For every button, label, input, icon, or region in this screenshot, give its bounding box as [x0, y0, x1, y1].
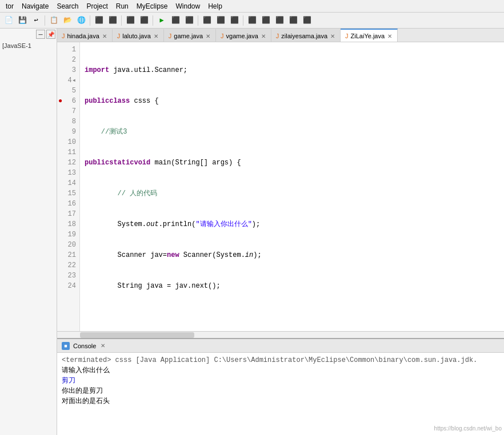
toolbar-btn-13[interactable]: ⬛: [201, 14, 213, 27]
toolbar-btn-19[interactable]: ⬛: [287, 14, 299, 27]
tab-vgame-icon: J: [221, 33, 224, 39]
console-content[interactable]: <terminated> csss [Java Application] C:\…: [57, 353, 504, 435]
tab-vgame-close[interactable]: ✕: [261, 33, 266, 39]
toolbar-btn-20[interactable]: ⬛: [301, 14, 313, 27]
line-num-13: 13: [57, 168, 79, 178]
line-num-19: 19: [57, 229, 79, 240]
sidebar-minimize[interactable]: ─: [36, 30, 45, 39]
console-output-3: 你出的是剪刀: [62, 386, 499, 396]
toolbar-btn-5[interactable]: 📂: [61, 14, 74, 27]
line-num-6: 6: [57, 96, 79, 106]
toolbar-btn-save[interactable]: 💾: [16, 14, 29, 27]
tab-zilaiyesama-icon: J: [276, 33, 279, 39]
tab-hinada[interactable]: J hinada.java ✕: [57, 29, 113, 42]
line-num-14: 14: [57, 178, 79, 188]
console-icon: ■: [62, 342, 70, 350]
toolbar-btn-12[interactable]: ⬛: [183, 14, 195, 27]
console-terminated-line: <terminated> csss [Java Application] C:\…: [62, 355, 499, 365]
toolbar-btn-8[interactable]: ⬛: [106, 14, 119, 27]
sidebar-tree: [JavaSE-1: [0, 40, 57, 435]
toolbar: 📄 💾 ↩ 📋 📂 🌐 ⬛ ⬛ ⬛ ⬛ ▶ ⬛ ⬛ ⬛ ⬛ ⬛ ⬛ ⬛ ⬛ ⬛ …: [0, 13, 504, 29]
toolbar-btn-3[interactable]: ↩: [30, 14, 42, 27]
tab-hinada-close[interactable]: ✕: [102, 33, 107, 39]
tab-game-close[interactable]: ✕: [205, 33, 211, 39]
toolbar-sep-1: [45, 15, 45, 26]
sidebar-pin[interactable]: 📌: [46, 30, 55, 39]
line-num-20: 20: [57, 240, 79, 250]
toolbar-btn-18[interactable]: ⬛: [273, 14, 286, 27]
console-output-4: 对面出的是石头: [62, 396, 499, 406]
line-num-9: 9: [57, 127, 79, 137]
line-num-17: 17: [57, 209, 79, 219]
code-line-5: // 人的代码: [85, 188, 499, 199]
tab-zilaiye-close[interactable]: ✕: [387, 33, 393, 39]
tab-zilaiyesama[interactable]: J zilaiyesama.java ✕: [271, 29, 341, 42]
editor-hscroll[interactable]: [57, 331, 504, 338]
code-content[interactable]: import java.util.Scanner; public class c…: [80, 42, 504, 331]
console-output-2: 剪刀: [62, 376, 499, 386]
toolbar-btn-16[interactable]: ⬛: [246, 14, 258, 27]
editor-hscroll-thumb[interactable]: [80, 332, 194, 338]
toolbar-btn-new[interactable]: 📄: [2, 14, 15, 27]
tab-game-label: game.java: [174, 33, 203, 39]
tab-laluto-icon: J: [117, 33, 121, 39]
line-num-18: 18: [57, 219, 79, 229]
toolbar-btn-14[interactable]: ⬛: [214, 14, 227, 27]
line-num-4: 4◂: [57, 75, 79, 86]
code-editor: 1 2 3 4◂ 5 6 7 8 9 10 11 12 13 14 15 16 …: [57, 42, 504, 331]
toolbar-btn-6[interactable]: 🌐: [75, 14, 87, 27]
sidebar-tree-item[interactable]: [JavaSE-1: [0, 40, 57, 51]
toolbar-btn-4[interactable]: 📋: [47, 14, 60, 27]
code-line-3: //测试3: [85, 127, 499, 137]
code-line-4: public static void main(String[] args) {: [85, 158, 499, 168]
line-num-8: 8: [57, 116, 79, 127]
toolbar-btn-9[interactable]: ⬛: [124, 14, 137, 27]
tab-zilaiye-icon: J: [345, 33, 349, 39]
menu-item-myeclipse[interactable]: MyEclipse: [133, 1, 171, 11]
menubar: tor Navigate Search Project Run MyEclips…: [0, 0, 504, 13]
tab-zilaiye[interactable]: J ZiLaiYe.java ✕: [341, 29, 398, 42]
toolbar-btn-11[interactable]: ⬛: [169, 14, 182, 27]
menu-item-tor[interactable]: tor: [2, 1, 17, 11]
line-num-1: 1: [57, 45, 79, 55]
tab-hinada-icon: J: [62, 33, 65, 39]
sidebar-toolbar: ─ 📌: [0, 29, 57, 40]
tab-laluto[interactable]: J laluto.java ✕: [113, 29, 164, 42]
toolbar-btn-7[interactable]: ⬛: [93, 14, 105, 27]
tab-laluto-close[interactable]: ✕: [153, 33, 159, 39]
code-line-1: import java.util.Scanner;: [85, 65, 499, 75]
tab-game[interactable]: J game.java ✕: [164, 29, 216, 42]
menu-item-project[interactable]: Project: [83, 1, 111, 11]
code-line-6: System.out.println("请输入你出什么");: [85, 219, 499, 229]
console-title: Console: [73, 343, 96, 349]
line-num-12: 12: [57, 158, 79, 168]
tab-game-icon: J: [169, 33, 172, 39]
toolbar-sep-6: [243, 15, 243, 26]
menu-item-window[interactable]: Window: [172, 1, 203, 11]
menu-item-help[interactable]: Help: [205, 1, 226, 11]
line-num-21: 21: [57, 250, 79, 260]
toolbar-btn-10[interactable]: ⬛: [138, 14, 150, 27]
console-header: ■ Console ✕: [57, 339, 504, 353]
menu-item-run[interactable]: Run: [113, 1, 132, 11]
toolbar-btn-15[interactable]: ⬛: [228, 14, 241, 27]
line-num-11: 11: [57, 147, 79, 158]
tab-zilaiyesama-label: zilaiyesama.java: [281, 33, 327, 39]
sidebar: ─ 📌 [JavaSE-1: [0, 29, 57, 435]
tab-vgame[interactable]: J vgame.java ✕: [216, 29, 271, 42]
toolbar-sep-4: [153, 15, 153, 26]
menu-item-search[interactable]: Search: [53, 1, 82, 11]
console-close[interactable]: ✕: [101, 343, 105, 349]
toolbar-sep-2: [90, 15, 90, 26]
tab-zilaiyesama-close[interactable]: ✕: [330, 33, 335, 39]
line-num-22: 22: [57, 260, 79, 271]
code-line-9: [85, 312, 499, 322]
line-num-15: 15: [57, 188, 79, 199]
line-num-3: 3: [57, 65, 79, 75]
menu-item-navigate[interactable]: Navigate: [18, 1, 52, 11]
toolbar-btn-run[interactable]: ▶: [155, 14, 168, 27]
line-num-10: 10: [57, 137, 79, 147]
line-num-5: 5: [57, 86, 79, 96]
toolbar-btn-17[interactable]: ⬛: [259, 14, 272, 27]
main-area: ─ 📌 [JavaSE-1 J hinada.java ✕ J laluto.j…: [0, 29, 504, 435]
